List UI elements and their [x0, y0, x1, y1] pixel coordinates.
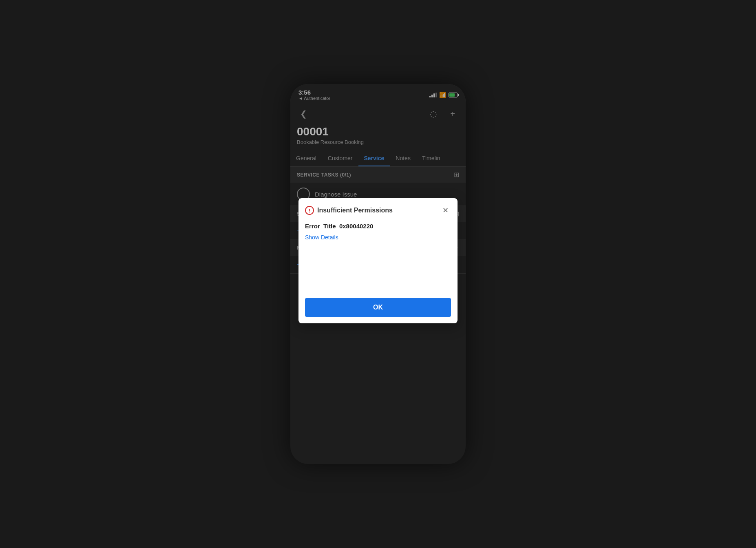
error-icon: ! — [305, 206, 314, 215]
modal-title: Insufficient Permissions — [317, 207, 393, 214]
ok-button[interactable]: OK — [305, 298, 451, 317]
modal-dialog: ! Insufficient Permissions ✕ Error_Title… — [298, 198, 458, 323]
modal-body: Error_Title_0x80040220 Show Details OK — [298, 219, 458, 323]
modal-overlay: ! Insufficient Permissions ✕ Error_Title… — [290, 84, 466, 464]
show-details-link[interactable]: Show Details — [305, 234, 338, 241]
phone-frame: 3:56 ◄ Authenticator 📶 ❮ ◌ + 00001 Booka… — [290, 84, 466, 464]
error-code: Error_Title_0x80040220 — [305, 223, 451, 230]
modal-title-row: ! Insufficient Permissions — [305, 206, 393, 215]
modal-header: ! Insufficient Permissions ✕ — [298, 198, 458, 219]
modal-close-button[interactable]: ✕ — [440, 205, 451, 216]
